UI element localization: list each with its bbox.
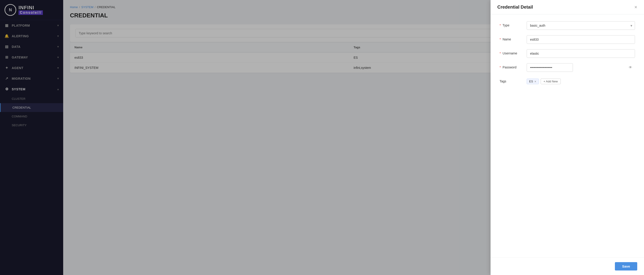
eye-icon[interactable]: 👁 (629, 66, 632, 70)
name-field-row: * Name (500, 35, 635, 44)
tag-value: ES (529, 80, 533, 83)
tag-chip: ES × (527, 79, 539, 84)
password-input[interactable] (527, 63, 573, 72)
type-select-wrapper: basic_auth api_key token ▾ (527, 21, 635, 30)
name-input[interactable] (527, 35, 635, 44)
drawer-footer: Save (490, 257, 644, 275)
username-label: * Username (500, 49, 527, 55)
type-field-row: * Type basic_auth api_key token ▾ (500, 21, 635, 30)
name-label: * Name (500, 35, 527, 41)
tag-remove-button[interactable]: × (534, 80, 536, 83)
tags-field-row: Tags ES × + Add New (500, 77, 635, 84)
type-label: * Type (500, 21, 527, 27)
tags-container: ES × + Add New (527, 77, 635, 84)
save-button[interactable]: Save (615, 262, 637, 270)
close-button[interactable]: × (634, 5, 637, 10)
drawer-title: Credential Detail (497, 5, 533, 10)
type-select[interactable]: basic_auth api_key token (527, 21, 635, 30)
credential-drawer: Credential Detail × * Type basic_auth ap… (490, 0, 644, 275)
password-wrapper: 👁 (527, 63, 635, 72)
tags-label: Tags (500, 77, 527, 83)
username-field-row: * Username (500, 49, 635, 58)
add-tag-button[interactable]: + Add New (541, 79, 561, 84)
username-input[interactable] (527, 49, 635, 58)
password-field-row: * Password 👁 (500, 63, 635, 72)
password-label: * Password (500, 63, 527, 69)
drawer-header: Credential Detail × (490, 0, 644, 15)
drawer-body: * Type basic_auth api_key token ▾ * Name (490, 15, 644, 257)
